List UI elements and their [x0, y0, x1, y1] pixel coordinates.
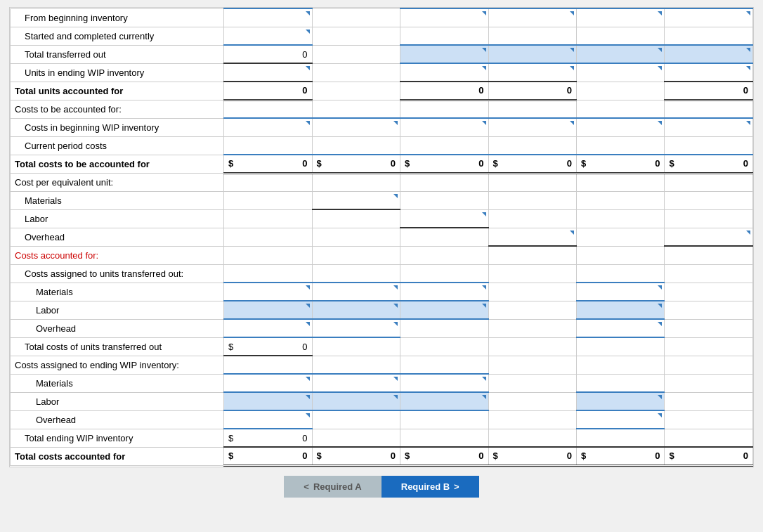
total-cell: $0: [488, 447, 576, 465]
input-cell[interactable]: [312, 283, 400, 301]
input-cell[interactable]: [665, 118, 753, 136]
empty-cell: [665, 283, 753, 301]
input-cell[interactable]: [576, 319, 664, 337]
input-cell[interactable]: [224, 27, 312, 45]
input-cell[interactable]: [576, 410, 664, 429]
input-cell[interactable]: [400, 63, 488, 82]
input-cell[interactable]: [400, 392, 488, 410]
empty-cell: [312, 27, 400, 45]
input-cell[interactable]: [312, 374, 400, 392]
input-cell[interactable]: [665, 228, 753, 246]
empty-cell: [400, 319, 488, 337]
input-cell[interactable]: [224, 319, 312, 337]
input-cell[interactable]: [224, 136, 312, 155]
table-row: From beginning inventory: [11, 8, 753, 27]
input-cell[interactable]: [312, 319, 400, 337]
input-cell[interactable]: [400, 45, 488, 63]
input-cell[interactable]: [488, 228, 576, 246]
empty-cell: [665, 27, 753, 45]
empty-cell: [576, 209, 664, 228]
empty-cell: [576, 374, 664, 392]
input-cell[interactable]: [576, 301, 664, 319]
empty-cell: [665, 356, 753, 374]
table-row: Labor: [11, 301, 753, 319]
empty-cell: [488, 429, 576, 447]
input-cell[interactable]: [224, 283, 312, 301]
input-cell[interactable]: [400, 136, 488, 155]
table-row: Labor: [11, 209, 753, 228]
input-cell[interactable]: [576, 283, 664, 301]
input-cell[interactable]: [224, 8, 312, 27]
next-button[interactable]: Required B >: [382, 476, 479, 498]
section-header-red: Costs accounted for:: [11, 246, 224, 264]
input-cell[interactable]: [576, 118, 664, 136]
input-cell[interactable]: [224, 392, 312, 410]
input-cell[interactable]: [224, 374, 312, 392]
table-row-header: Cost per equivalent unit:: [11, 173, 753, 191]
input-cell[interactable]: [576, 45, 664, 63]
input-cell[interactable]: [400, 301, 488, 319]
input-cell[interactable]: [488, 63, 576, 82]
input-cell[interactable]: [312, 118, 400, 136]
table-row: Total transferred out 0: [11, 45, 753, 63]
empty-cell: [312, 8, 400, 27]
table-row-subheader: Costs assigned to ending WIP inventory:: [11, 356, 753, 374]
row-label: Labor: [11, 209, 224, 228]
input-cell[interactable]: [400, 118, 488, 136]
row-label: Units in ending WIP inventory: [11, 63, 224, 82]
main-table-container: From beginning inventory Started and com…: [9, 7, 754, 467]
empty-cell: [400, 246, 488, 264]
row-label: Costs in beginning WIP inventory: [11, 118, 224, 136]
input-cell[interactable]: [224, 118, 312, 136]
row-label: Current period costs: [11, 136, 224, 155]
total-cell: $0: [488, 155, 576, 173]
prev-button[interactable]: < Required A: [284, 476, 381, 498]
empty-cell: [224, 246, 312, 264]
empty-cell: [400, 264, 488, 283]
input-cell[interactable]: [576, 63, 664, 82]
input-cell[interactable]: [312, 136, 400, 155]
input-cell[interactable]: [312, 392, 400, 410]
total-cell: $0: [224, 337, 312, 356]
input-cell[interactable]: [488, 118, 576, 136]
section-header: Costs to be accounted for:: [11, 100, 224, 118]
input-cell[interactable]: [576, 392, 664, 410]
row-label: From beginning inventory: [11, 8, 224, 27]
input-cell[interactable]: [224, 301, 312, 319]
input-cell[interactable]: [400, 8, 488, 27]
row-label: Total costs of units transferred out: [11, 337, 224, 356]
empty-cell: [312, 356, 400, 374]
input-cell[interactable]: [224, 410, 312, 429]
input-cell[interactable]: [312, 301, 400, 319]
input-cell[interactable]: [665, 45, 753, 63]
row-label: Materials: [11, 283, 224, 301]
empty-cell: [665, 100, 753, 118]
table-row-total: Total ending WIP inventory $0: [11, 429, 753, 447]
empty-cell: [665, 337, 753, 356]
input-cell[interactable]: [400, 374, 488, 392]
input-cell[interactable]: [312, 191, 400, 209]
empty-cell: [400, 27, 488, 45]
input-cell[interactable]: [665, 136, 753, 155]
input-cell[interactable]: [665, 8, 753, 27]
input-cell[interactable]: [400, 283, 488, 301]
input-cell[interactable]: [400, 209, 488, 228]
empty-cell: [488, 209, 576, 228]
next-label: Required B: [401, 481, 450, 492]
total-cell: $0: [400, 155, 488, 173]
total-cell: 0: [488, 82, 576, 100]
input-cell[interactable]: [224, 63, 312, 82]
empty-cell: [665, 374, 753, 392]
input-cell[interactable]: [665, 63, 753, 82]
empty-cell: [312, 228, 400, 246]
input-cell[interactable]: [576, 8, 664, 27]
row-label: Labor: [11, 392, 224, 410]
empty-cell: [576, 356, 664, 374]
input-cell[interactable]: [488, 8, 576, 27]
empty-cell: [576, 246, 664, 264]
empty-cell: [576, 337, 664, 356]
empty-cell: [224, 264, 312, 283]
input-cell[interactable]: [576, 136, 664, 155]
input-cell[interactable]: [488, 136, 576, 155]
input-cell[interactable]: [488, 45, 576, 63]
